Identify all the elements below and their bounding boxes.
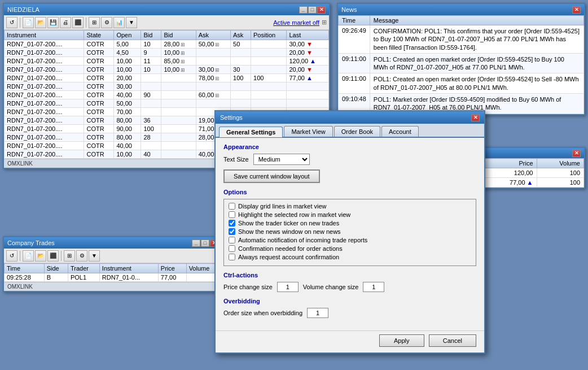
cell-ask1 — [196, 99, 230, 108]
cell-open: 20,00 — [114, 74, 141, 82]
cell-ask1: 50,00⊞ — [196, 40, 230, 49]
news-time: 09:26:49 — [339, 25, 370, 54]
tab-account[interactable]: Account — [381, 126, 419, 137]
price-cell: 120,00 — [485, 168, 537, 178]
settings-footer: Apply Cancel — [216, 330, 484, 352]
company-more[interactable]: ▼ — [89, 250, 100, 262]
price-change-input[interactable] — [277, 282, 299, 292]
table-row[interactable]: RDN7_01-07-200.... COTR 10,00 10 10,00⊞ … — [5, 66, 329, 74]
chart-btn[interactable]: 📊 — [113, 17, 125, 28]
cell-ask2 — [231, 57, 251, 66]
open-btn[interactable]: 📂 — [35, 17, 46, 28]
news-close[interactable]: ✕ — [572, 6, 581, 14]
active-market-link[interactable]: Active market off — [273, 19, 319, 26]
cell-last: 30,00 ▼ — [287, 40, 329, 49]
volume-cell: 100 — [537, 168, 584, 178]
settings-dialog: Settings ✕ General Settings Market View … — [214, 110, 485, 354]
cell-instrument: RDN7_01-07-200.... — [5, 150, 84, 159]
cell-state: COTR — [84, 150, 114, 159]
overbid-row: Order size when overbidding — [223, 308, 476, 318]
company-trades-window: Company Trades _ □ ✕ ↺ 📄 📂 ⬛ ⊞ ⚙ ▼ Time … — [3, 236, 223, 292]
option-checkbox[interactable] — [229, 211, 235, 218]
more-btn[interactable]: ▼ — [126, 17, 137, 28]
cell-bid2 — [161, 82, 196, 91]
news-window-controls: ✕ — [572, 6, 581, 14]
pcol-price: Price — [485, 159, 537, 168]
cell-ask2 — [231, 82, 251, 91]
cancel-button[interactable]: Cancel — [429, 334, 476, 347]
news-title: News — [341, 6, 357, 13]
settings-title: Settings — [220, 114, 243, 121]
table-row[interactable]: RDN7_01-07-200.... COTR 10,00 11 85,00⊞ … — [5, 57, 329, 66]
stop-btn[interactable]: ⬛ — [72, 17, 84, 28]
table-row[interactable]: RDN7_01-07-200.... COTR 5,00 10 28,00⊞ 5… — [5, 40, 329, 49]
cell-bid1 — [141, 82, 161, 91]
company-minimize[interactable]: _ — [192, 240, 200, 247]
settings-tabs: General Settings Market View Order Book … — [216, 124, 484, 138]
cell-position — [251, 99, 287, 108]
settings-btn[interactable]: ⚙ — [101, 17, 112, 28]
company-refresh[interactable]: ↺ — [6, 250, 17, 262]
print-btn[interactable]: 🖨 — [60, 17, 71, 28]
company-open[interactable]: 📂 — [35, 250, 46, 262]
cell-bid1: 100 — [141, 125, 161, 133]
settings-close[interactable]: ✕ — [471, 114, 480, 121]
option-checkbox[interactable] — [229, 254, 235, 260]
option-checkbox[interactable] — [229, 245, 235, 252]
filter-btn[interactable]: ⊞ — [89, 17, 100, 28]
csep2 — [61, 251, 62, 261]
refresh-btn[interactable]: ↺ — [6, 17, 17, 28]
option-checkbox[interactable] — [229, 237, 235, 243]
pcol-volume: Volume — [537, 159, 584, 168]
table-row[interactable]: RDN7_01-07-200.... COTR 40,00 90 60,00⊞ — [5, 91, 329, 99]
save-btn[interactable]: 💾 — [47, 17, 59, 28]
cell-position — [251, 49, 287, 57]
order-size-input[interactable] — [307, 308, 328, 318]
tab-market-view[interactable]: Market View — [284, 126, 332, 137]
close-button[interactable]: ✕ — [317, 6, 326, 14]
cell-bid1: 10 — [141, 66, 161, 74]
text-size-select[interactable]: Small Medium Large — [253, 154, 310, 165]
tab-general[interactable]: General Settings — [219, 127, 283, 137]
text-size-label: Text Size — [223, 156, 249, 163]
cell-last: 20,00 ▼ — [287, 49, 329, 57]
table-row[interactable]: RDN7_01-07-200.... COTR 30,00 — [5, 82, 329, 91]
option-label: Display grid lines in market view — [238, 203, 327, 210]
cell-bid1: 40 — [141, 150, 161, 159]
table-row[interactable]: RDN7_01-07-200.... COTR 50,00 — [5, 99, 329, 108]
cell-instrument: RDN7_01-07-200.... — [5, 49, 84, 57]
cell-bid2: 10,00⊞ — [161, 49, 196, 57]
cell-instrument: RDN7_01-07-200.... — [5, 125, 84, 133]
table-row[interactable]: 09:25:28 B POL1 RDN7_01-0... 77,00 — [5, 273, 222, 282]
tab-order-book[interactable]: Order Book — [334, 126, 380, 137]
volume-change-input[interactable] — [363, 282, 384, 292]
company-filter[interactable]: ⊞ — [64, 250, 75, 262]
news-time: 09:11:00 — [339, 53, 370, 73]
table-row[interactable]: RDN7_01-07-200.... COTR 4,50 9 10,00⊞ 20… — [5, 49, 329, 57]
apply-button[interactable]: Apply — [379, 334, 424, 347]
table-row[interactable]: RDN7_01-07-200.... COTR 20,00 78,00⊞ 100… — [5, 74, 329, 82]
cell-bid1 — [141, 74, 161, 82]
option-checkbox[interactable] — [229, 203, 235, 210]
cell-state: COTR — [84, 99, 114, 108]
col-position: Position — [251, 31, 287, 40]
cell-bid2 — [161, 133, 196, 142]
cell-instrument: RDN7_01-07-200.... — [5, 57, 84, 66]
news-titlebar: News ✕ — [338, 4, 584, 15]
company-new[interactable]: 📄 — [23, 250, 34, 262]
company-stop[interactable]: ⬛ — [47, 250, 59, 262]
cell-bid1: 28 — [141, 133, 161, 142]
new-btn[interactable]: 📄 — [23, 17, 34, 28]
cell-open: 5,00 — [114, 40, 141, 49]
cell-instrument: RDN7_01-07-200.... — [5, 82, 84, 91]
company-settings[interactable]: ⚙ — [76, 250, 87, 262]
minimize-button[interactable]: _ — [299, 6, 308, 14]
cell-ask1: 78,00⊞ — [196, 74, 230, 82]
ctcol-trader: Trader — [68, 264, 99, 273]
save-layout-button[interactable]: Save current window layout — [223, 169, 320, 183]
price-close[interactable]: ✕ — [572, 150, 581, 157]
option-checkbox[interactable] — [229, 228, 235, 235]
company-maximize[interactable]: □ — [201, 240, 209, 247]
maximize-button[interactable]: □ — [308, 6, 317, 14]
option-checkbox[interactable] — [229, 220, 235, 227]
